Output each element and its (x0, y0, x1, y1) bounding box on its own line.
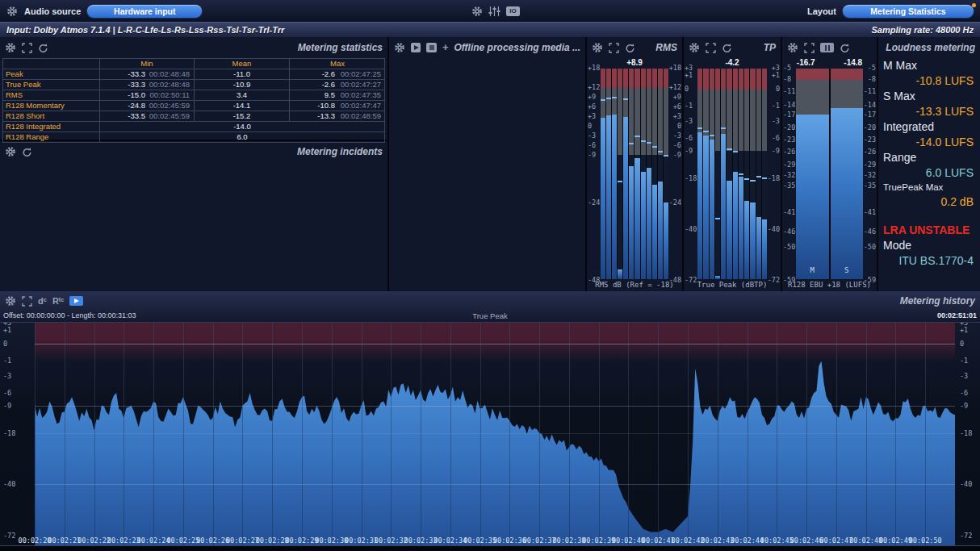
metering-incidents-panel: Metering incidents (0, 141, 387, 291)
history-time-label: 00:02:43 (701, 536, 734, 545)
statistics-fullscreen-icon[interactable] (22, 43, 32, 53)
meter-peak-hold (733, 151, 738, 152)
tp-gear-icon[interactable] (689, 42, 700, 53)
statistics-gear-icon[interactable] (5, 42, 16, 53)
audio-source-gear-icon[interactable] (6, 6, 18, 17)
meter-red-zone (641, 69, 646, 88)
meter-bar (744, 201, 749, 279)
lra-status-text: LRA UNSTABLE (883, 223, 975, 238)
row-label: RMS (3, 90, 99, 100)
meter-peak-hold (715, 218, 720, 219)
readout-value: -10.8 LUFS (883, 73, 975, 89)
max-time: 00:02:47:27 (335, 80, 385, 90)
history-reset-counter-icon[interactable]: Rᵗᶜ (52, 297, 65, 305)
app-window: Audio source Hardware input IO Layout Me… (0, 0, 980, 551)
history-panel-title: Metering history (900, 295, 975, 307)
offline-add-button[interactable]: + (442, 44, 449, 52)
readout-item: TruePeak Max0.2 dB (883, 181, 975, 210)
loudness-pause-button[interactable] (820, 43, 834, 52)
metering-statistics-button[interactable]: Metering Statistics (843, 5, 974, 18)
history-fullscreen-icon[interactable] (22, 296, 32, 307)
meter-bar (697, 132, 702, 279)
meter-gray-zone (629, 88, 634, 155)
meter-gray-zone (744, 90, 749, 151)
meter-peak-hold (703, 131, 708, 132)
meter-bar (618, 269, 622, 279)
min-cell: -15.000:02:50:11 (99, 90, 194, 100)
history-play-button[interactable] (69, 296, 83, 306)
meter-channel (762, 69, 767, 279)
meter-scale-label: -1 (772, 102, 780, 110)
rms-reset-icon[interactable] (625, 43, 635, 53)
meter-peak-hold (606, 98, 611, 99)
meter-scale-label: +3 (673, 112, 681, 119)
grid-line-horizontal (35, 344, 955, 344)
meter-scale-label: +18 (588, 65, 600, 72)
meter-scale-label: 0 (776, 86, 780, 93)
offline-gear-icon[interactable] (394, 42, 405, 53)
offline-panel-header: + Offline processing media ... (389, 37, 585, 58)
row-label: True Peak (3, 80, 99, 90)
incidents-gear-icon[interactable] (5, 146, 16, 157)
meter-bar (647, 168, 651, 279)
loudness-gear-icon[interactable] (787, 42, 798, 53)
meter-scale-label: -3 (588, 131, 596, 139)
meter-channel (606, 69, 611, 279)
meter-peak-hold (647, 142, 651, 144)
meter-gray-zone (652, 88, 657, 155)
history-offset-text: Offset: 00:00:00:00 - Length: 00:00:31:0… (3, 311, 136, 319)
meter-gray-zone (618, 88, 622, 155)
incidents-reset-icon[interactable] (22, 147, 32, 157)
offline-play-button[interactable] (411, 43, 421, 52)
meter-scale-label: -48 (669, 277, 681, 284)
meter-scale-label: -20 (783, 124, 795, 131)
history-gear-icon[interactable] (5, 295, 16, 307)
grid-line-horizontal (35, 406, 955, 407)
loudness-meter-bars: MS (796, 69, 863, 279)
readout-item: S Max-13.3 LUFS (883, 89, 975, 119)
readout-value: -13.3 LUFS (883, 104, 975, 119)
rms-meter-panel: RMS +8.9 +18+18+12+12+9+9+6+6+3+300-3-3-… (587, 37, 684, 291)
meter-red-zone (618, 69, 622, 88)
rms-gear-icon[interactable] (592, 42, 603, 53)
table-row: R128 Short-33.500:02:45:59-15.2-13.300:0… (3, 111, 384, 121)
tp-fullscreen-icon[interactable] (706, 43, 716, 53)
faders-icon[interactable] (488, 6, 500, 16)
readout-label: Range (883, 150, 975, 165)
history-graph[interactable]: +3+3+1+100-1-1-3-3-6-6-9-9-18-18-40-40-7… (0, 322, 980, 546)
rms-fullscreen-icon[interactable] (609, 43, 619, 53)
loudness-fullscreen-icon[interactable] (804, 43, 815, 53)
statistics-reset-icon[interactable] (38, 43, 48, 53)
history-scale-label: -1 (960, 357, 968, 365)
meter-scale-label: +1 (685, 72, 693, 79)
offline-stop-button[interactable] (426, 43, 436, 52)
meter-peak-hold (697, 127, 702, 129)
readout-panel-title: Loudness metering (886, 42, 975, 53)
history-delta-counter-icon[interactable]: dᶜ (38, 297, 47, 305)
history-scale-label: +1 (960, 327, 968, 334)
meter-red-zone (601, 69, 605, 88)
tp-reset-icon[interactable] (722, 43, 732, 53)
meter-bar (831, 108, 864, 279)
statistics-panel-title: Metering statistics (298, 42, 383, 53)
min-cell: -24.800:02:45:59 (99, 101, 194, 111)
loudness-reset-icon[interactable] (840, 43, 850, 53)
min-time: 00:02:45:59 (145, 101, 194, 111)
meter-peak-hold (744, 178, 749, 180)
min-value: -33.3 (100, 80, 145, 90)
min-cell: -33.300:02:48:48 (99, 69, 194, 79)
meter-gray-zone (634, 88, 639, 155)
table-header-corner (3, 59, 99, 69)
meter-gray-zone (715, 90, 720, 151)
meter-bar (721, 134, 726, 279)
meter-scale-label: -3 (772, 117, 780, 124)
max-time: 00:02:47:47 (335, 101, 385, 111)
hardware-input-button[interactable]: Hardware input (87, 5, 202, 18)
mode-label: Mode (883, 238, 975, 253)
meter-channel (629, 69, 634, 279)
meter-channel (664, 69, 668, 279)
io-routing-icon[interactable]: IO (506, 6, 520, 16)
mean-value: 3.4 (194, 90, 289, 100)
history-timestamp: 00:02:51:01 (937, 311, 977, 319)
settings-gear-icon[interactable] (471, 6, 483, 17)
